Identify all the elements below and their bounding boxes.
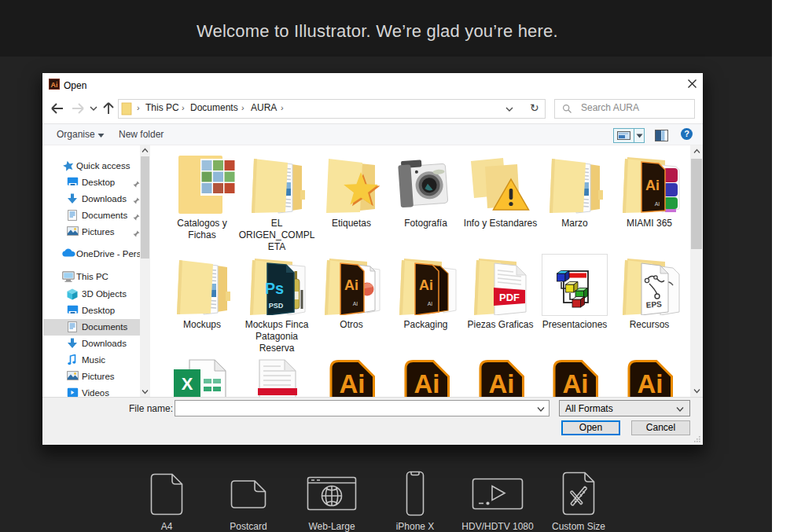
svg-text:AI: AI	[353, 301, 358, 306]
svg-text:Ps: Ps	[265, 280, 284, 297]
svg-text:Ai: Ai	[563, 369, 589, 397]
svg-text:Ai: Ai	[344, 277, 358, 293]
svg-text:Ai: Ai	[645, 178, 660, 193]
svg-text:Ai: Ai	[340, 369, 366, 397]
svg-text:AI: AI	[427, 301, 432, 306]
svg-text:EPS: EPS	[645, 299, 662, 309]
svg-text:PSD: PSD	[269, 302, 284, 310]
svg-text:Ai: Ai	[419, 277, 433, 293]
svg-text:Ai: Ai	[638, 369, 663, 397]
svg-text:Ai: Ai	[414, 369, 439, 397]
svg-text:Ai: Ai	[488, 369, 514, 397]
svg-text:X: X	[182, 374, 193, 394]
svg-text:Ai: Ai	[51, 81, 58, 89]
svg-text:AI: AI	[655, 201, 660, 207]
svg-text:PDF: PDF	[499, 292, 520, 303]
